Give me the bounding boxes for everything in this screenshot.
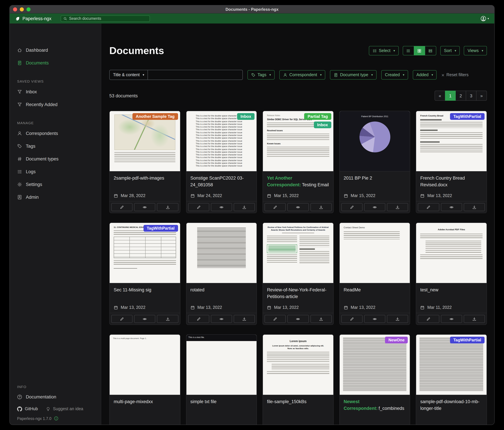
preview-button[interactable] — [134, 203, 155, 211]
filter-field-button[interactable]: Title & content — [110, 70, 148, 80]
edit-button[interactable] — [188, 315, 209, 323]
download-button[interactable] — [310, 203, 332, 211]
preview-button[interactable] — [364, 315, 385, 323]
document-card[interactable]: French Country Bread TagWithPartial Fren… — [416, 111, 487, 213]
user-menu[interactable]: ▾ — [480, 16, 489, 21]
sidebar-item-admin[interactable]: Admin — [10, 191, 101, 203]
document-card[interactable]: Adobe Acrobat PDF Files test_new Mar 11,… — [416, 223, 487, 325]
document-thumbnail[interactable]: Adobe Acrobat PDF Files — [416, 223, 486, 283]
pagination-page-2[interactable]: 2 — [455, 91, 466, 101]
edit-button[interactable] — [265, 203, 286, 211]
sidebar-item-documents[interactable]: Documents — [10, 56, 101, 69]
sidebar-item-settings[interactable]: Settings — [10, 178, 101, 191]
document-card[interactable]: Lorem ipsum Lorem ipsum dolor sit amet, … — [262, 334, 333, 425]
zoom-window-button[interactable] — [27, 7, 30, 11]
download-button[interactable] — [234, 315, 255, 323]
view-detail-button[interactable] — [425, 46, 436, 55]
document-thumbnail[interactable]: Release Notes Simba ODBC Driver for SQL … — [263, 111, 333, 171]
search-input[interactable] — [69, 17, 147, 20]
tag-badge[interactable]: TagWithPartial — [450, 113, 485, 120]
document-title[interactable]: Sonstige ScanPC2022 03-24_081058 — [186, 171, 257, 188]
document-card[interactable]: TagWithPartial sample-pdf-download-10-mb… — [416, 334, 487, 425]
download-button[interactable] — [387, 203, 408, 211]
edit-button[interactable] — [111, 315, 133, 323]
document-title[interactable]: Yet Another Correspondent:Testing Email — [263, 171, 333, 188]
sidebar-item-recently-added[interactable]: Recently Added — [10, 98, 101, 111]
document-thumbnail[interactable]: This is a test for the double space char… — [186, 111, 257, 171]
download-button[interactable] — [464, 203, 485, 211]
download-button[interactable] — [387, 315, 408, 323]
info-circle-icon[interactable] — [54, 416, 59, 421]
document-card[interactable]: This is a test file. simple txt file — [186, 334, 257, 425]
download-button[interactable] — [310, 315, 332, 323]
tags-filter-button[interactable]: Tags — [247, 70, 275, 80]
sidebar-item-document-types[interactable]: Document types — [10, 152, 101, 165]
document-title[interactable]: 2sample-pdf-with-images — [110, 171, 180, 181]
document-thumbnail[interactable]: Review of New York Federal Petitions for… — [263, 223, 333, 283]
document-title[interactable]: simple txt file — [186, 395, 257, 405]
sidebar-item-github[interactable]: GitHub — [17, 406, 38, 411]
document-title[interactable]: Newest Correspondent:f_combineds — [340, 395, 410, 411]
pagination-prev-button[interactable]: « — [435, 91, 445, 101]
document-thumbnail[interactable]: This is a test file. — [186, 335, 257, 395]
sidebar-item-inbox[interactable]: Inbox — [10, 85, 101, 98]
document-thumbnail[interactable]: Lorem ipsum Lorem ipsum dolor sit amet, … — [263, 335, 333, 395]
edit-button[interactable] — [418, 315, 439, 323]
minimize-window-button[interactable] — [20, 7, 24, 11]
pagination-page-3[interactable]: 3 — [466, 91, 477, 101]
download-button[interactable] — [234, 203, 255, 211]
pagination-page-1[interactable]: 1 — [445, 91, 456, 101]
document-thumbnail[interactable]: 11. CONTINUING MEDICAL EDUCA TagWithPart… — [110, 223, 180, 283]
document-thumbnail[interactable]: French Country Bread TagWithPartial — [416, 111, 486, 171]
sidebar-item-correspondents[interactable]: Correspondents — [10, 127, 101, 140]
document-thumbnail[interactable]: Contact Sheet Demo — [340, 223, 410, 283]
edit-button[interactable] — [341, 203, 362, 211]
tag-badge[interactable]: TagWithPartial — [450, 337, 485, 343]
added-filter-button[interactable]: Added — [413, 70, 437, 80]
document-thumbnail[interactable]: NewOne — [340, 335, 410, 395]
preview-button[interactable] — [288, 315, 309, 323]
document-title[interactable]: rotated — [186, 283, 257, 293]
document-title[interactable]: sample-pdf-download-10-mb-longer-title — [416, 395, 486, 411]
download-button[interactable] — [157, 203, 178, 211]
preview-button[interactable] — [441, 203, 462, 211]
edit-button[interactable] — [265, 315, 286, 323]
document-card[interactable]: Contact Sheet Demo ReadMe Mar 13, 2022 — [339, 223, 410, 325]
sidebar-item-tags[interactable]: Tags — [10, 140, 101, 152]
pagination-next-button[interactable]: » — [476, 91, 487, 101]
document-card[interactable]: rotated Mar 13, 2022 — [186, 223, 257, 325]
document-title[interactable]: ReadMe — [340, 283, 410, 293]
document-title[interactable]: multi-page-mixedxx — [110, 395, 180, 405]
preview-button[interactable] — [211, 203, 232, 211]
document-title[interactable]: 2011 BP Pie 2 — [340, 171, 410, 181]
document-title[interactable]: Sec 11-Missing sig — [110, 283, 180, 293]
document-thumbnail[interactable]: This is a multi page document. Page 1. — [110, 335, 180, 395]
correspondent-filter-button[interactable]: Correspondent — [279, 70, 325, 80]
preview-button[interactable] — [211, 315, 232, 323]
correspondent-link[interactable]: Yet Another Correspondent: — [267, 176, 301, 187]
document-thumbnail[interactable]: Another Sample Tag — [110, 111, 180, 171]
close-window-button[interactable] — [13, 7, 17, 11]
tag-badge[interactable]: NewOne — [385, 337, 408, 343]
edit-button[interactable] — [341, 315, 362, 323]
tag-badge[interactable]: Another Sample Tag — [133, 113, 178, 120]
preview-button[interactable] — [288, 203, 309, 211]
document-thumbnail[interactable] — [186, 223, 257, 283]
view-list-button[interactable] — [403, 46, 414, 55]
document-card[interactable]: Another Sample Tag 2sample-pdf-with-imag… — [109, 111, 180, 213]
download-button[interactable] — [157, 315, 178, 323]
preview-button[interactable] — [134, 315, 155, 323]
document-title[interactable]: French Country Bread Revised.docx — [416, 171, 486, 188]
document-title[interactable]: test_new — [416, 283, 486, 293]
sidebar-item-suggest-idea[interactable]: Suggest an idea — [46, 406, 83, 411]
sidebar-item-dashboard[interactable]: Dashboard — [10, 44, 101, 56]
document-thumbnail[interactable]: TagWithPartial — [416, 335, 486, 395]
document-card[interactable]: This is a multi page document. Page 1. m… — [109, 334, 180, 425]
app-brand[interactable]: Paperless-ngx — [15, 16, 55, 21]
view-grid-button[interactable] — [414, 46, 425, 55]
tag-badge[interactable]: Inbox — [237, 113, 254, 120]
tag-badge[interactable]: TagWithPartial — [143, 225, 178, 232]
sidebar-item-logs[interactable]: Logs — [10, 165, 101, 178]
tag-badge[interactable]: Partial Tag — [304, 113, 331, 120]
select-button[interactable]: Select — [369, 46, 399, 55]
